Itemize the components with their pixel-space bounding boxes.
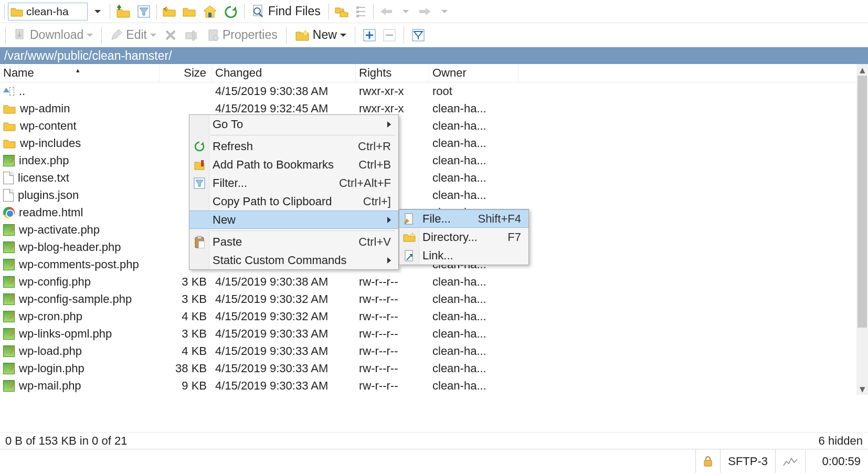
table-row[interactable]: wp-mail.php9 KB4/15/2019 9:30:33 AMrw-r-… bbox=[0, 377, 868, 394]
tree-toggle-button[interactable] bbox=[352, 2, 370, 21]
status-protocol[interactable]: SFTP-3 bbox=[720, 449, 775, 473]
table-row[interactable]: wp-includesclean-ha... bbox=[0, 134, 868, 152]
file-changed: 4/15/2019 9:30:32 AM bbox=[212, 292, 356, 306]
menu-item-add-path-to-bookmarks[interactable]: Add Path to BookmarksCtrl+B bbox=[189, 155, 398, 174]
invert-filter-icon bbox=[412, 29, 425, 41]
menu-item-label: Paste bbox=[213, 235, 337, 249]
edit-button[interactable]: Edit bbox=[107, 27, 160, 43]
table-row[interactable]: wp-load.php4 KB4/15/2019 9:30:33 AMrw-r-… bbox=[0, 342, 868, 360]
header-size[interactable]: Size bbox=[160, 64, 212, 82]
menu-item-shortcut: Ctrl+B bbox=[358, 158, 391, 172]
nav-back-caret[interactable] bbox=[397, 2, 415, 21]
header-owner[interactable]: Owner bbox=[429, 64, 518, 82]
graph-icon bbox=[783, 456, 798, 467]
plus-button[interactable] bbox=[361, 26, 378, 45]
file-size: 3 KB bbox=[160, 327, 212, 341]
find-files-button[interactable]: Find Files bbox=[248, 2, 325, 21]
menu-item-label: Directory... bbox=[422, 230, 486, 244]
scroll-thumb[interactable] bbox=[858, 76, 867, 328]
search-file-icon bbox=[250, 4, 265, 19]
table-row[interactable]: license.txt20clean-ha... bbox=[0, 169, 868, 186]
rename-button[interactable] bbox=[182, 28, 202, 42]
parent-folder-button[interactable] bbox=[113, 2, 133, 21]
file-rights: rw-r--r-- bbox=[356, 275, 429, 289]
folder-combo[interactable]: clean-ha bbox=[8, 3, 88, 20]
php-icon bbox=[3, 224, 15, 236]
php-icon bbox=[3, 311, 15, 322]
header-changed[interactable]: Changed bbox=[212, 64, 356, 82]
bookmark-icon bbox=[193, 159, 206, 171]
menu-separator bbox=[210, 135, 395, 135]
menu-separator bbox=[210, 230, 395, 231]
minus-button[interactable] bbox=[380, 26, 398, 45]
open-folder-button[interactable] bbox=[180, 2, 199, 21]
table-row[interactable]: plugins.jsonclean-ha... bbox=[0, 186, 868, 204]
nav-fwd-button[interactable] bbox=[416, 2, 435, 21]
home-icon bbox=[203, 5, 217, 18]
folder-combo-caret[interactable] bbox=[89, 2, 107, 21]
column-headers: Name▴ Size Changed Rights Owner bbox=[0, 64, 868, 82]
home-button[interactable] bbox=[200, 2, 220, 21]
folder-icon bbox=[3, 138, 16, 149]
file-owner: clean-ha... bbox=[429, 379, 518, 393]
table-row[interactable]: wp-config.php3 KB4/15/2019 9:30:38 AMrw-… bbox=[0, 273, 868, 290]
delete-button[interactable] bbox=[162, 28, 179, 42]
menu-item-label: File... bbox=[422, 212, 457, 226]
table-row[interactable]: wp-links-opml.php3 KB4/15/2019 9:30:33 A… bbox=[0, 325, 868, 342]
header-rights[interactable]: Rights bbox=[356, 64, 429, 82]
table-row[interactable]: wp-config-sample.php3 KB4/15/2019 9:30:3… bbox=[0, 290, 868, 308]
sync-browse-button[interactable] bbox=[332, 2, 351, 21]
header-name[interactable]: Name▴ bbox=[0, 64, 160, 82]
vertical-scrollbar[interactable]: ▴ ▾ bbox=[856, 64, 868, 395]
refresh-button[interactable] bbox=[221, 2, 241, 21]
sync-folders-icon bbox=[335, 5, 348, 18]
svg-rect-1 bbox=[208, 13, 211, 17]
table-row[interactable]: wp-cron.php4 KB4/15/2019 9:30:32 AMrw-r-… bbox=[0, 308, 868, 325]
menu-item-new[interactable]: New bbox=[189, 211, 398, 229]
scroll-down-icon[interactable]: ▾ bbox=[856, 383, 868, 395]
properties-button[interactable]: Properties bbox=[204, 27, 281, 43]
file-changed: 4/15/2019 9:30:32 AM bbox=[212, 310, 356, 323]
file-changed: 4/15/2019 9:30:38 AM bbox=[212, 85, 356, 98]
menu-item-shortcut: Ctrl+] bbox=[363, 195, 391, 208]
table-row[interactable]: wp-admin4/15/2019 9:32:45 AMrwxr-xr-xcle… bbox=[0, 100, 868, 117]
invert-filter-button[interactable] bbox=[409, 26, 427, 45]
menu-item-paste[interactable]: PasteCtrl+V bbox=[189, 233, 398, 251]
table-row[interactable]: index.phpclean-ha... bbox=[0, 152, 868, 169]
menu-item-shortcut: Ctrl+V bbox=[358, 235, 391, 249]
menu-item-filter[interactable]: Filter...Ctrl+Alt+F bbox=[189, 174, 398, 192]
go-back-folder-button[interactable] bbox=[160, 2, 179, 21]
file-rights: rw-r--r-- bbox=[356, 310, 429, 323]
nav-back-button[interactable] bbox=[377, 2, 396, 21]
filter-button[interactable] bbox=[134, 2, 153, 21]
status-lock[interactable] bbox=[695, 449, 720, 473]
file-name: plugins.json bbox=[18, 188, 79, 202]
menu-item-file[interactable]: File...Shift+F4 bbox=[399, 209, 528, 228]
new-label: New bbox=[313, 28, 337, 42]
php-icon bbox=[3, 259, 15, 270]
menu-item-copy-path-to-clipboard[interactable]: Copy Path to ClipboardCtrl+] bbox=[189, 192, 398, 211]
caret-down-icon bbox=[87, 34, 93, 37]
menu-item-refresh[interactable]: RefreshCtrl+R bbox=[189, 137, 398, 155]
menu-item-link[interactable]: Link... bbox=[399, 246, 528, 265]
menu-item-go-to[interactable]: Go To bbox=[189, 115, 398, 133]
path-bar[interactable]: /var/www/public/clean-hamster/ bbox=[0, 47, 868, 64]
scroll-up-icon[interactable]: ▴ bbox=[856, 64, 868, 76]
menu-item-shortcut: Ctrl+Alt+F bbox=[339, 176, 391, 190]
nav-fwd-caret[interactable] bbox=[436, 2, 453, 21]
parent-folder-icon bbox=[116, 5, 131, 18]
table-row[interactable]: wp-contentclean-ha... bbox=[0, 117, 868, 134]
file-changed: 4/15/2019 9:30:33 AM bbox=[212, 327, 356, 341]
new-button[interactable]: New bbox=[292, 27, 350, 43]
file-owner: clean-ha... bbox=[429, 327, 518, 341]
table-row[interactable]: ..4/15/2019 9:30:38 AMrwxr-xr-xroot bbox=[0, 82, 868, 100]
menu-item-shortcut: F7 bbox=[507, 230, 521, 244]
status-graph[interactable] bbox=[775, 449, 805, 473]
menu-item-static-custom-commands[interactable]: Static Custom Commands bbox=[189, 251, 398, 269]
download-button[interactable]: Download bbox=[10, 27, 96, 43]
menu-item-label: Copy Path to Clipboard bbox=[213, 195, 342, 208]
sort-asc-icon: ▴ bbox=[76, 66, 80, 74]
menu-item-directory[interactable]: Directory...F7 bbox=[399, 228, 528, 246]
status-bar-connection: SFTP-3 0:00:59 bbox=[0, 449, 868, 473]
table-row[interactable]: wp-login.php38 KB4/15/2019 9:30:33 AMrw-… bbox=[0, 360, 868, 377]
